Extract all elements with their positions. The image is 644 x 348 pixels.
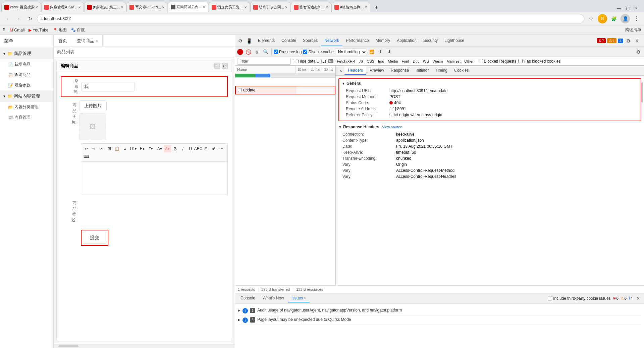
editor-btn-paste-icon[interactable]: 📋 xyxy=(113,145,121,152)
editor-btn-size-icon[interactable]: T▾ xyxy=(146,145,156,152)
tab-close-icon[interactable]: × xyxy=(326,5,328,10)
editor-btn-align-icon[interactable]: ≡ xyxy=(121,145,128,152)
bookmark-maps[interactable]: 📍 地图 xyxy=(53,27,67,33)
page-tab-home[interactable]: 首页 xyxy=(54,35,72,47)
online-icon[interactable]: 📶 xyxy=(368,48,376,56)
preserve-log-checkbox-label[interactable]: Preserve log xyxy=(274,50,302,54)
tab-performance[interactable]: Performance xyxy=(342,36,372,46)
issue-expand-arrow-1[interactable]: ▶ xyxy=(238,308,240,312)
bookmark-youtube[interactable]: ▶ YouTube xyxy=(29,28,48,32)
tab-close-icon[interactable]: × xyxy=(365,5,367,10)
filter-fetch-xhr[interactable]: Fetch/XHR xyxy=(335,59,357,64)
sidebar-section-content[interactable]: ▼ 📁 网站内容管理 xyxy=(0,90,53,102)
editor-btn-copy-icon[interactable]: ⊞ xyxy=(106,145,113,152)
throttle-select[interactable]: No throttling xyxy=(335,49,367,55)
tab-close-icon[interactable]: × xyxy=(203,5,205,9)
bookmark-star-icon[interactable]: ☆ xyxy=(586,14,596,23)
restore-button[interactable]: ▢ xyxy=(624,5,631,12)
editor-btn-bg-color-icon[interactable]: A▾ xyxy=(164,145,171,152)
sidebar-item-new-product[interactable]: 📄 新增商品 xyxy=(0,59,53,70)
editor-btn-redo-icon[interactable]: ↪ xyxy=(90,145,98,152)
panel-maximize-button[interactable]: □ xyxy=(222,63,228,69)
editor-btn-font-icon[interactable]: F▾ xyxy=(139,145,146,152)
browser-tab[interactable]: (8条消息) 第三... × xyxy=(84,2,126,12)
hide-data-urls-label[interactable]: Hide data URLs All xyxy=(293,59,333,64)
has-blocked-cookies-checkbox[interactable] xyxy=(518,59,523,63)
sidebar-section-products[interactable]: ▼ 📁 商品管理 xyxy=(0,48,53,59)
filter-input[interactable] xyxy=(237,58,291,65)
editor-btn-more-icon[interactable]: ⋯ xyxy=(218,145,225,152)
sidebar-item-content-category[interactable]: 📂 内容分类管理 xyxy=(0,102,53,112)
filter-js[interactable]: JS xyxy=(357,59,365,64)
request-checkbox[interactable] xyxy=(238,88,242,92)
tab-sources[interactable]: Sources xyxy=(300,36,321,46)
browser-tab[interactable]: 写文章-CSDN... × xyxy=(126,2,167,12)
bookmark-baidu[interactable]: 🐾 百度 xyxy=(71,27,85,33)
page-tab-query[interactable]: 查询商品 × xyxy=(72,35,103,47)
forward-button[interactable]: › xyxy=(14,14,23,23)
clear-button[interactable]: 🚫 xyxy=(245,48,252,56)
sidebar-item-spec-params[interactable]: 📝 规格参数 xyxy=(0,80,53,90)
general-section-header[interactable]: ▼ General xyxy=(342,80,638,86)
devtools-settings-icon2[interactable]: ⚙ xyxy=(635,48,642,56)
browser-tab[interactable]: 张智瀚遭敲诈... × xyxy=(291,2,331,12)
detail-tab-timing[interactable]: Timing xyxy=(432,66,451,75)
menu-icon[interactable]: ⋮ xyxy=(632,14,641,23)
submit-button[interactable]: 提交 xyxy=(83,232,106,244)
detail-tab-initiator[interactable]: Initiator xyxy=(412,66,432,75)
detail-close-icon[interactable]: × xyxy=(337,67,344,74)
bottom-panel-close-icon[interactable]: × xyxy=(635,295,642,302)
devtools-close-icon[interactable]: × xyxy=(633,37,641,45)
detail-scrollbar[interactable] xyxy=(641,82,643,102)
filter-font[interactable]: Font xyxy=(400,59,411,64)
tab-close-icon[interactable]: × xyxy=(36,5,38,10)
browser-tab[interactable]: 内容管理-CSM... × xyxy=(41,2,84,12)
tab-console[interactable]: Console xyxy=(278,36,300,46)
has-blocked-cookies-label[interactable]: Has blocked cookies xyxy=(518,59,560,64)
editor-btn-font-color-icon[interactable]: A▾ xyxy=(156,145,163,152)
editor-btn-source-icon[interactable]: ⌨ xyxy=(83,153,90,160)
record-button[interactable] xyxy=(237,49,243,55)
bottom-tab-whats-new[interactable]: What's New xyxy=(259,294,287,302)
sidebar-item-content-manage[interactable]: 📰 内容管理 xyxy=(0,112,53,123)
view-source-link[interactable]: View source xyxy=(382,125,402,129)
hide-data-urls-checkbox[interactable] xyxy=(293,59,297,63)
back-button[interactable]: ‹ xyxy=(3,14,12,23)
field-input-barcode[interactable] xyxy=(81,82,226,91)
disable-cache-checkbox[interactable] xyxy=(303,50,307,54)
tab-memory[interactable]: Memory xyxy=(372,36,393,46)
account-icon[interactable]: 👤 xyxy=(621,14,630,23)
preserve-log-checkbox[interactable] xyxy=(274,50,278,54)
address-bar[interactable]: ℹ localhost:8091 xyxy=(37,14,584,23)
detail-tab-cookies[interactable]: Cookies xyxy=(451,66,472,75)
browser-tab[interactable]: #张智瀚当到... × xyxy=(331,2,370,12)
editor-btn-italic-icon[interactable]: I xyxy=(179,145,186,152)
barcode-input[interactable] xyxy=(81,82,135,91)
devtools-settings-icon[interactable]: ⚙ xyxy=(236,37,244,45)
issue-expand-arrow-2[interactable]: ▶ xyxy=(238,317,240,322)
search-icon[interactable]: 🔍 xyxy=(262,48,269,56)
tab-close-icon[interactable]: × xyxy=(285,5,287,10)
include-third-party-label[interactable]: Include third-party cookie issues xyxy=(548,296,610,301)
filter-icon[interactable]: ⧖ xyxy=(253,48,261,56)
filter-ws[interactable]: WS xyxy=(421,59,431,64)
blocked-requests-label[interactable]: Blocked Requests xyxy=(479,59,517,64)
filter-doc[interactable]: Doc xyxy=(411,59,421,64)
filter-other[interactable]: Other xyxy=(463,59,475,64)
bookmark-gmail[interactable]: M Gmail xyxy=(10,28,24,32)
profile-icon[interactable]: G xyxy=(598,14,607,23)
editor-btn-cut-icon[interactable]: ✂ xyxy=(98,145,105,152)
browser-tab-active[interactable]: 京淘商城后台... × xyxy=(168,2,208,12)
blocked-requests-checkbox[interactable] xyxy=(479,59,483,63)
export-icon[interactable]: ⬇ xyxy=(386,48,393,56)
filter-manifest[interactable]: Manifest xyxy=(445,59,463,64)
minimize-button[interactable]: — xyxy=(615,5,623,12)
filter-wasm[interactable]: Wasm xyxy=(431,59,445,64)
response-headers-section-header[interactable]: ▼ Response Headers View source xyxy=(338,124,641,130)
detail-tab-headers[interactable]: Headers xyxy=(344,66,366,75)
tab-close-icon[interactable]: × xyxy=(78,5,81,10)
filter-media[interactable]: Media xyxy=(386,59,399,64)
detail-tab-response[interactable]: Response xyxy=(387,66,412,75)
reload-button[interactable]: ↻ xyxy=(25,14,35,23)
disable-cache-checkbox-label[interactable]: Disable cache xyxy=(303,50,333,54)
